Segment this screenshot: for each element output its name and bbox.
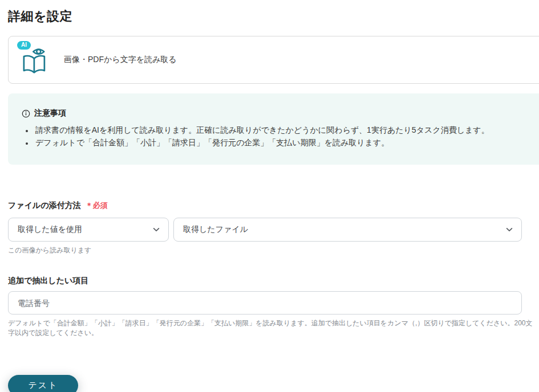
required-badge: ＊必須 [86,201,108,211]
notice-item: 請求書の情報をAIを利用して読み取ります。正確に読み取りができたかどうかに関わら… [34,124,533,136]
notice-title-text: 注意事項 [34,108,66,119]
extra-items-helper-text: デフォルトで「合計金額」「小計」「請求日」「発行元の企業」「支払い期限」を読み取… [8,318,533,338]
test-button[interactable]: テスト [8,375,78,392]
extra-items-label-text: 追加で抽出したい項目 [8,276,88,286]
extra-items-input[interactable] [8,291,522,315]
extra-items-label: 追加で抽出したい項目 [8,276,539,286]
ai-badge: AI [17,41,31,50]
attachment-method-label: ファイルの添付方法 ＊必須 [8,201,539,211]
chevron-down-icon [152,226,160,234]
chevron-down-icon [505,226,513,234]
notice-box: 注意事項 請求書の情報をAIを利用して読み取ります。正確に読み取りができたかどう… [8,93,539,165]
notice-title: 注意事項 [22,108,533,119]
attachment-method-select[interactable]: 取得した値を使用 [8,218,169,242]
page-title: 詳細を設定 [8,8,539,25]
footer-actions: テスト [8,375,78,392]
attachment-method-select-value: 取得した値を使用 [18,224,82,235]
attachment-helper-text: この画像から読み取ります [8,246,539,255]
action-card-ocr[interactable]: AI 画像・PDFから文字を読み取る [8,36,539,84]
ocr-book-eye-icon: AI [18,42,50,77]
attachment-method-label-text: ファイルの添付方法 [8,201,81,211]
attachment-file-select-value: 取得したファイル [183,224,248,235]
settings-page: 詳細を設定 AI 画像・PDFから文字を読み取る 注意事項 請求書の情報をAIを… [0,8,539,392]
notice-item: デフォルトで「合計金額」「小計」「請求日」「発行元の企業」「支払い期限」を読み取… [34,136,533,149]
action-card-label: 画像・PDFから文字を読み取る [64,55,177,65]
info-icon [22,109,30,118]
notice-list: 請求書の情報をAIを利用して読み取ります。正確に読み取りができたかどうかに関わら… [34,124,533,149]
attachment-file-select[interactable]: 取得したファイル [173,218,522,242]
